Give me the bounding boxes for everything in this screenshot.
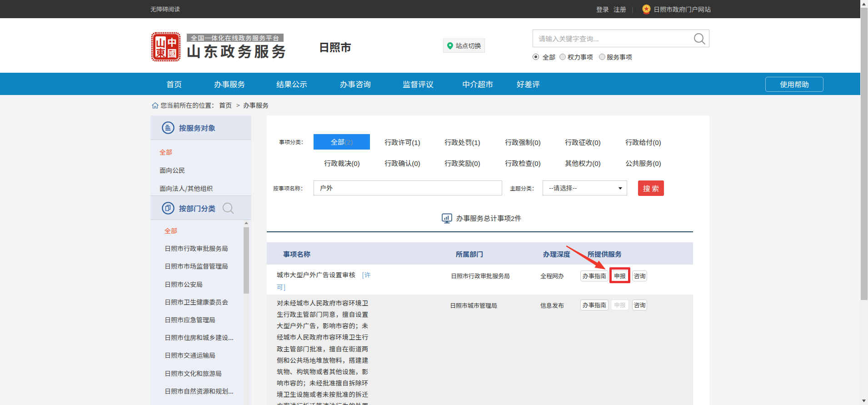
svg-text:東: 東 [156,45,165,59]
svg-text:國: 國 [167,46,177,60]
